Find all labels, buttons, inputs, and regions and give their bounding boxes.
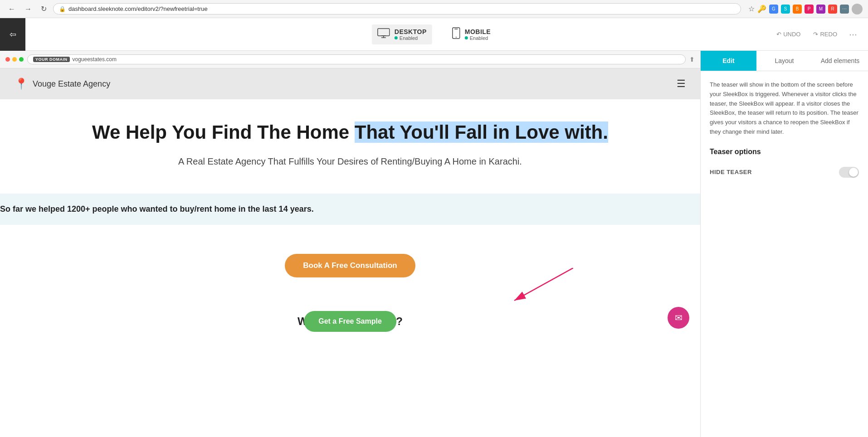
tab-add-elements[interactable]: Add elements — [812, 51, 868, 71]
traffic-light-green — [19, 57, 24, 62]
sidebar-toggle-icon: ⇦ — [10, 29, 16, 39]
panel-description: The teaser will show in the bottom of th… — [710, 80, 859, 137]
desktop-icon — [377, 28, 390, 41]
logo-icon: 📍 — [15, 78, 28, 90]
preview-url: vogueestates.com — [73, 56, 117, 63]
traffic-lights — [5, 57, 24, 62]
site-logo: 📍 Vouge Estate Agency — [15, 78, 110, 90]
site-stats: So far we helped 1200+ people who wanted… — [0, 194, 700, 225]
hide-teaser-label: HIDE TEASER — [710, 169, 752, 175]
device-switchers: DESKTOP Enabled MOBILE Enabled — [372, 24, 496, 45]
ext-sleeknote[interactable]: S — [781, 5, 790, 14]
desktop-device-info: DESKTOP Enabled — [395, 28, 427, 41]
heading-part1: We Help You Find The Home — [92, 121, 355, 143]
mobile-device-name: MOBILE — [465, 28, 491, 35]
hamburger-menu-icon[interactable]: ☰ — [677, 78, 686, 90]
bottom-text: What 🌸 Get a Free Sample We Offer? — [297, 314, 403, 329]
logo-text: Vouge Estate Agency — [33, 79, 110, 89]
get-free-sample-button[interactable]: Get a Free Sample — [304, 311, 396, 332]
reload-button[interactable]: ↻ — [38, 3, 49, 15]
undo-button[interactable]: ↶ UNDO — [772, 28, 805, 40]
site-bottom-section: What 🌸 Get a Free Sample We Offer? ✉ — [0, 306, 700, 336]
lock-icon: 🔒 — [59, 6, 66, 12]
redo-icon: ↷ — [813, 31, 818, 38]
user-avatar[interactable] — [852, 4, 863, 15]
preview-address-bar[interactable]: YOUR DOMAIN vogueestates.com — [27, 54, 686, 64]
website-preview: 📍 Vouge Estate Agency ☰ We Help You Find… — [0, 68, 700, 437]
mail-teaser-button[interactable]: ✉ — [668, 307, 689, 329]
preview-share-icon: ⬆ — [689, 56, 695, 63]
forward-button[interactable]: → — [22, 3, 34, 15]
hide-teaser-row: HIDE TEASER — [710, 163, 859, 181]
mobile-icon — [452, 27, 460, 42]
mobile-device-status: Enabled — [465, 35, 491, 41]
desktop-device-option[interactable]: DESKTOP Enabled — [372, 24, 432, 44]
more-options-button[interactable]: ⋯ — [845, 28, 861, 41]
teaser-options-title: Teaser options — [710, 148, 859, 156]
url-text: dashboard.sleeknote.com/editorv2/?newfre… — [68, 5, 208, 12]
sidebar-toggle-button[interactable]: ⇦ — [0, 18, 25, 51]
panel-tabs: Edit Layout Add elements — [701, 51, 868, 71]
ext-red[interactable]: R — [828, 5, 837, 14]
stats-text: So far we helped 1200+ people who wanted… — [0, 204, 700, 214]
tab-layout[interactable]: Layout — [756, 51, 812, 71]
back-button[interactable]: ← — [5, 3, 18, 15]
preview-browser-chrome: YOUR DOMAIN vogueestates.com ⬆ — [0, 51, 700, 68]
ext-google[interactable]: G — [769, 5, 778, 14]
mobile-device-option[interactable]: MOBILE Enabled — [447, 24, 496, 45]
traffic-light-red — [5, 57, 10, 62]
panel-content: The teaser will show in the bottom of th… — [701, 71, 868, 437]
ext-gray[interactable]: ⋯ — [840, 5, 849, 14]
key-icon[interactable]: 🔑 — [757, 5, 766, 13]
desktop-device-status: Enabled — [395, 35, 427, 41]
traffic-light-yellow — [12, 57, 17, 62]
site-heading: We Help You Find The Home That You'll Fa… — [15, 121, 686, 144]
right-panel: Edit Layout Add elements The teaser will… — [700, 51, 868, 437]
star-icon[interactable]: ☆ — [748, 5, 755, 13]
site-main-content: We Help You Find The Home That You'll Fa… — [0, 99, 700, 194]
tab-edit[interactable]: Edit — [701, 51, 756, 71]
cta-area: Book A Free Consultation — [0, 239, 700, 306]
site-subheading: A Real Estate Agency That Fulfills Your … — [15, 155, 686, 168]
ext-orange[interactable]: B — [793, 5, 802, 14]
book-consultation-button[interactable]: Book A Free Consultation — [285, 254, 415, 277]
domain-badge: YOUR DOMAIN — [33, 57, 70, 62]
ext-pink[interactable]: P — [805, 5, 814, 14]
more-icon: ⋯ — [849, 30, 857, 39]
editor-topbar: ⇦ DESKTOP Enabled — [0, 18, 868, 51]
preview-area: YOUR DOMAIN vogueestates.com ⬆ 📍 Vouge E… — [0, 51, 700, 437]
browser-chrome: ← → ↻ 🔒 dashboard.sleeknote.com/editorv2… — [0, 0, 868, 18]
svg-rect-0 — [378, 29, 390, 36]
undo-icon: ↶ — [776, 31, 781, 38]
mobile-device-info: MOBILE Enabled — [465, 28, 491, 41]
topbar-right-controls: ↶ UNDO ↷ REDO ⋯ — [772, 28, 868, 41]
desktop-device-name: DESKTOP — [395, 28, 427, 35]
redo-button[interactable]: ↷ REDO — [809, 28, 842, 40]
mail-icon: ✉ — [675, 312, 683, 323]
svg-point-5 — [456, 37, 457, 38]
ext-purple[interactable]: M — [816, 5, 825, 14]
address-bar[interactable]: 🔒 dashboard.sleeknote.com/editorv2/?newf… — [53, 3, 741, 15]
desktop-status-dot — [395, 36, 398, 39]
mobile-status-dot — [465, 36, 468, 39]
site-header: 📍 Vouge Estate Agency ☰ — [0, 68, 700, 99]
browser-extension-icons: ☆ 🔑 G S B P M R ⋯ — [748, 4, 863, 15]
heading-highlight: That You'll Fall in Love with. — [355, 121, 608, 143]
main-layout: YOUR DOMAIN vogueestates.com ⬆ 📍 Vouge E… — [0, 51, 868, 437]
hide-teaser-toggle[interactable] — [839, 167, 859, 178]
